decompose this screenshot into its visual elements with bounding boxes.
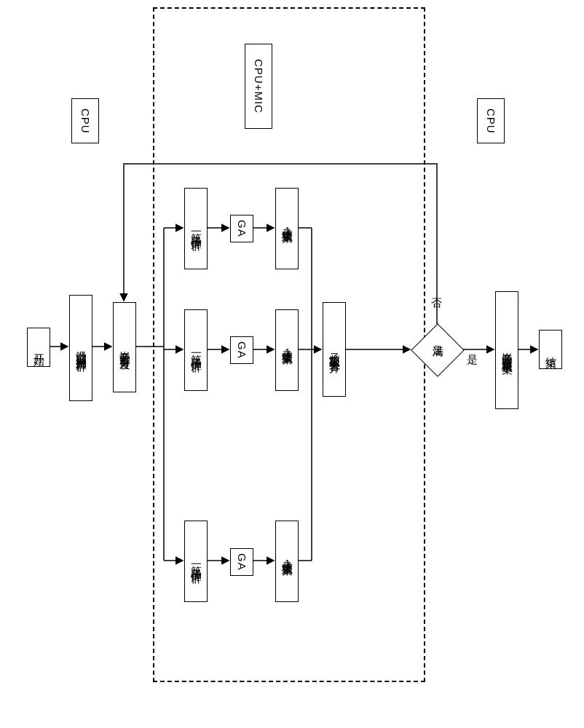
node-subfreq-2: 子频繁项集1 [275,309,299,391]
label-cpu-mic-text: CPU+MIC [253,59,265,114]
node-subfreq-1-text: 子频繁项集1 [280,553,294,570]
node-start-text: 开始 [32,346,46,349]
node-ga-3: GA [230,215,253,242]
node-dispatch-text: 嵌套子窗口分发 [118,342,132,352]
node-subfreq-3-text: 子频繁项集1 [280,221,294,237]
node-ga-2: GA [230,336,253,364]
node-start: 开始 [27,328,50,367]
node-subfreq-1: 子频繁项集1 [275,521,299,602]
node-init-pop-text: 滑动窗口初始种群 [74,342,88,354]
node-subpop-2: 第一段子仲群 [184,309,208,391]
node-subfreq-2-text: 子频繁项集1 [280,342,294,359]
node-end: 结束 [539,330,562,369]
node-nested-result-text: 嵌套子窗口频繁项集 [500,344,514,357]
node-ga-2-text: GA [236,341,248,359]
node-merge-text: 子频繁项集合并 [328,344,342,355]
node-ga-3-text: GA [236,220,248,237]
node-end-text: 结束 [544,348,558,351]
node-subpop-2-text: 第一段子仲群 [189,346,203,355]
node-subpop-1-text: 第一段子仲群 [189,557,203,566]
node-ga-1: GA [230,548,253,576]
node-ga-1-text: GA [236,553,248,571]
label-cpu-mic: CPU+MIC [245,44,272,129]
node-subpop-3: 第一段子仲群 [184,188,208,269]
node-subpop-1: 第一段子仲群 [184,521,208,602]
node-nested-result: 嵌套子窗口频繁项集 [495,291,518,409]
label-cpu-bottom-text: CPU [485,108,497,134]
label-cpu-top-text: CPU [79,108,92,134]
node-merge: 子频繁项集合并 [323,302,346,397]
node-dispatch: 嵌套子窗口分发 [113,302,136,392]
label-cpu-bottom: CPU [477,98,505,143]
edge-label-yes: 是 [467,353,478,367]
node-init-pop: 滑动窗口初始种群 [69,295,92,401]
node-subfreq-3: 子频繁项集1 [275,188,299,269]
label-cpu-top: CPU [71,98,99,143]
edge-label-no: 否 [431,296,442,310]
node-subpop-3-text: 第一段子仲群 [189,224,203,233]
